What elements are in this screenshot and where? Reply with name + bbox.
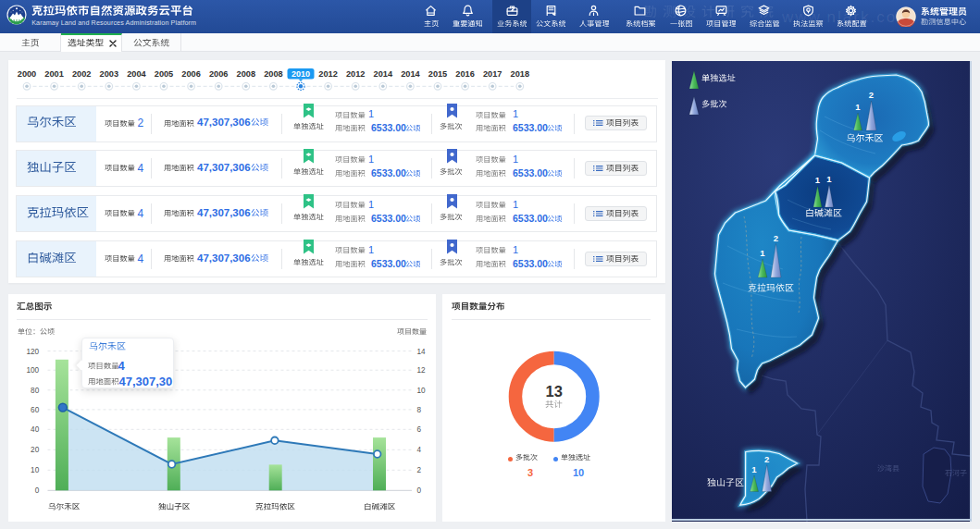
svg-text:1: 1: [815, 175, 821, 185]
svg-text:1: 1: [855, 102, 861, 112]
svg-text:10: 10: [31, 466, 40, 474]
svg-text:2002: 2002: [72, 69, 91, 79]
svg-text:1: 1: [760, 248, 765, 258]
svg-text:2008: 2008: [264, 69, 282, 79]
svg-text:80: 80: [31, 387, 40, 395]
svg-text:120: 120: [27, 348, 40, 356]
svg-text:10: 10: [417, 387, 427, 395]
svg-text:2008: 2008: [237, 69, 255, 79]
svg-text:1: 1: [826, 174, 832, 184]
svg-text:2006: 2006: [181, 69, 200, 79]
svg-text:60: 60: [31, 406, 40, 414]
svg-text:14: 14: [417, 348, 427, 356]
svg-text:2: 2: [764, 454, 769, 464]
svg-text:2014: 2014: [401, 69, 420, 79]
svg-text:2003: 2003: [100, 69, 118, 79]
svg-text:2000: 2000: [18, 69, 36, 79]
svg-text:40: 40: [31, 425, 40, 434]
svg-text:2: 2: [869, 90, 874, 100]
svg-text:2005: 2005: [155, 69, 173, 79]
svg-text:2001: 2001: [44, 69, 63, 79]
svg-text:4: 4: [417, 446, 422, 454]
svg-text:2014: 2014: [374, 69, 393, 79]
svg-text:2015: 2015: [428, 69, 447, 79]
svg-text:2: 2: [774, 233, 778, 243]
svg-text:2004: 2004: [127, 69, 146, 79]
svg-text:0: 0: [417, 486, 422, 495]
svg-text:100: 100: [27, 366, 40, 375]
svg-text:2012: 2012: [318, 69, 337, 79]
svg-text:6: 6: [417, 425, 422, 434]
svg-text:1: 1: [751, 464, 757, 474]
svg-text:12: 12: [417, 366, 427, 375]
svg-text:0: 0: [35, 486, 40, 495]
svg-text:2016: 2016: [455, 69, 474, 79]
svg-text:2017: 2017: [483, 69, 502, 79]
svg-text:2018: 2018: [511, 69, 529, 79]
svg-text:8: 8: [417, 406, 422, 414]
svg-text:2012: 2012: [346, 69, 365, 79]
svg-text:2006: 2006: [209, 69, 228, 79]
svg-text:2010: 2010: [292, 69, 310, 79]
svg-text:13: 13: [546, 383, 563, 400]
svg-text:2: 2: [417, 466, 422, 474]
svg-text:20: 20: [31, 446, 40, 454]
